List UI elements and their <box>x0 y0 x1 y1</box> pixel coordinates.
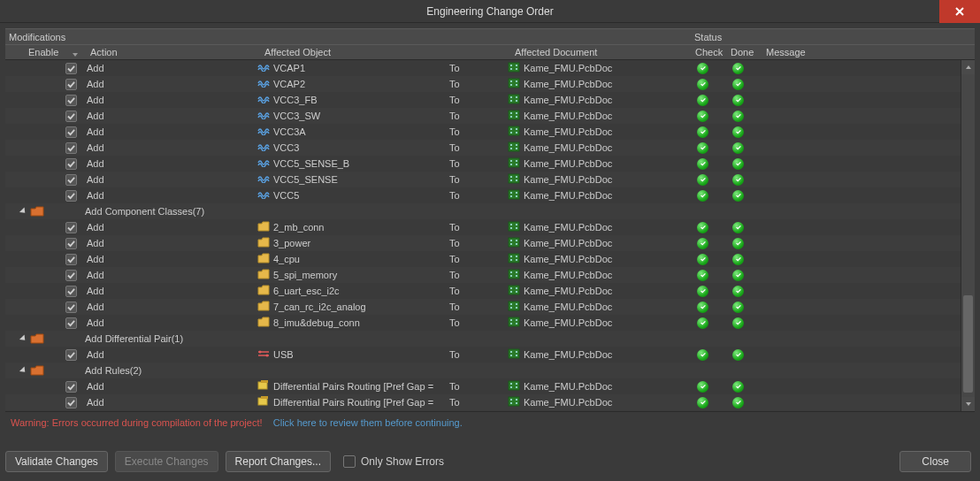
enable-checkbox[interactable] <box>65 302 77 313</box>
report-changes-button[interactable]: Report Changes... <box>226 451 331 472</box>
enable-cell[interactable] <box>42 63 81 74</box>
doc-cell: Kame_FMU.PcbDoc <box>506 173 692 186</box>
col-done[interactable]: Done <box>731 47 766 57</box>
col-check[interactable]: Check <box>695 47 731 57</box>
check-cell <box>692 142 727 154</box>
close-button[interactable]: Close <box>900 451 971 472</box>
enable-checkbox[interactable] <box>65 222 77 233</box>
col-enable[interactable]: Enable <box>5 47 85 57</box>
enable-checkbox[interactable] <box>65 174 77 186</box>
check-cell <box>692 158 727 170</box>
done-cell <box>727 63 762 74</box>
done-cell <box>727 317 762 329</box>
svg-point-3 <box>510 68 512 70</box>
enable-cell[interactable] <box>42 317 81 329</box>
enable-cell[interactable] <box>42 190 81 202</box>
vertical-scrollbar[interactable] <box>961 60 975 411</box>
object-cell: 6_uart_esc_i2c <box>256 285 444 297</box>
expand-toggle[interactable] <box>18 367 28 374</box>
enable-checkbox[interactable] <box>65 95 77 106</box>
enable-checkbox[interactable] <box>65 142 77 154</box>
enable-checkbox[interactable] <box>65 381 77 393</box>
enable-checkbox[interactable] <box>65 238 77 249</box>
validate-changes-button[interactable]: Validate Changes <box>5 451 108 472</box>
group-row[interactable]: Add Differential Pair(1) <box>5 331 975 347</box>
table-row: Add6_uart_esc_i2cToKame_FMU.PcbDoc <box>5 283 975 299</box>
object-cell: Differential Pairs Routing [Pref Gap = <box>256 396 444 408</box>
expand-toggle[interactable] <box>18 335 28 342</box>
warning-link[interactable]: Click here to review them before continu… <box>273 417 463 428</box>
col-document[interactable]: Affected Document <box>509 47 695 57</box>
enable-cell[interactable] <box>42 302 81 313</box>
enable-cell[interactable] <box>42 254 81 265</box>
enable-checkbox[interactable] <box>65 254 77 265</box>
col-message[interactable]: Message <box>766 47 975 57</box>
enable-cell[interactable] <box>42 174 81 186</box>
scroll-down-arrow[interactable] <box>961 397 975 411</box>
window-close-button[interactable] <box>939 0 980 23</box>
col-object[interactable]: Affected Object <box>259 47 448 57</box>
enable-cell[interactable] <box>42 111 81 122</box>
folder-icon <box>257 301 270 313</box>
table-row: Add7_can_rc_i2c_analogToKame_FMU.PcbDoc <box>5 299 975 315</box>
status-ok-icon <box>697 174 708 186</box>
svg-point-38 <box>510 179 512 181</box>
enable-checkbox[interactable] <box>65 158 77 170</box>
status-ok-icon <box>697 381 708 393</box>
enable-cell[interactable] <box>42 158 81 170</box>
enable-checkbox[interactable] <box>65 270 77 281</box>
scroll-thumb[interactable] <box>963 295 973 393</box>
scroll-up-arrow[interactable] <box>961 60 975 74</box>
doc-cell: Kame_FMU.PcbDoc <box>506 348 692 361</box>
enable-checkbox[interactable] <box>65 286 77 297</box>
enable-cell[interactable] <box>42 349 81 361</box>
doc-cell: Kame_FMU.PcbDoc <box>506 94 692 106</box>
enable-checkbox[interactable] <box>65 111 77 122</box>
warning-text: Warning: Errors occurred during compilat… <box>11 417 263 428</box>
status-ok-icon <box>732 174 744 186</box>
enable-cell[interactable] <box>42 270 81 281</box>
table-row: AddVCC3_FBToKame_FMU.PcbDoc <box>5 92 975 108</box>
col-action[interactable]: Action <box>85 47 259 57</box>
to-cell: To <box>444 95 506 105</box>
status-ok-icon <box>732 79 744 90</box>
object-cell: VCC3A <box>256 126 444 137</box>
enable-cell[interactable] <box>42 286 81 297</box>
enable-cell[interactable] <box>42 142 81 154</box>
done-cell <box>727 270 762 281</box>
group-row[interactable]: Add Component Classes(7) <box>5 203 975 219</box>
doc-cell: Kame_FMU.PcbDoc <box>506 380 692 393</box>
svg-rect-82 <box>509 349 519 358</box>
only-show-errors-wrap[interactable]: Only Show Errors <box>343 455 444 468</box>
enable-cell[interactable] <box>42 222 81 233</box>
enable-checkbox[interactable] <box>65 126 77 138</box>
scroll-track[interactable] <box>961 74 975 397</box>
expand-toggle[interactable] <box>18 208 28 215</box>
table-row: Add3_powerToKame_FMU.PcbDoc <box>5 235 975 251</box>
action-cell: Add <box>81 79 256 89</box>
status-ok-icon <box>697 317 708 329</box>
enable-checkbox[interactable] <box>65 317 77 329</box>
svg-point-29 <box>516 148 517 149</box>
enable-cell[interactable] <box>42 79 81 90</box>
enable-checkbox[interactable] <box>65 190 77 202</box>
doc-cell: Kame_FMU.PcbDoc <box>506 110 692 122</box>
enable-checkbox[interactable] <box>65 349 77 361</box>
grid-body[interactable]: AddVCAP1ToKame_FMU.PcbDocAddVCAP2ToKame_… <box>5 60 975 412</box>
column-header: Enable Action Affected Object Affected D… <box>5 44 975 60</box>
enable-checkbox[interactable] <box>65 63 77 74</box>
svg-point-69 <box>516 291 517 293</box>
enable-cell[interactable] <box>42 397 81 408</box>
group-row[interactable]: Add Rules(2) <box>5 363 975 378</box>
to-cell: To <box>444 254 506 264</box>
enable-cell[interactable] <box>42 95 81 106</box>
svg-point-84 <box>516 351 517 353</box>
only-show-errors-checkbox[interactable] <box>343 455 356 468</box>
enable-checkbox[interactable] <box>65 397 77 408</box>
to-cell: To <box>444 190 506 201</box>
enable-checkbox[interactable] <box>65 79 77 90</box>
enable-cell[interactable] <box>42 381 81 393</box>
enable-cell[interactable] <box>42 238 81 249</box>
enable-cell[interactable] <box>42 126 81 138</box>
group-folder-icon <box>30 332 44 346</box>
